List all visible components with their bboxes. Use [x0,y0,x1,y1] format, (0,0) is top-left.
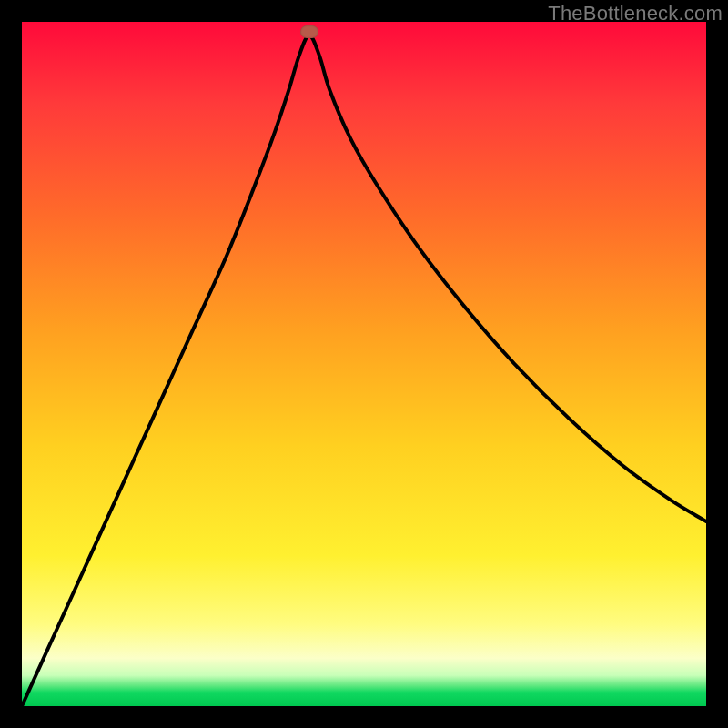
bottleneck-curve [22,22,706,706]
chart-frame: TheBottleneck.com [0,0,728,728]
watermark-text: TheBottleneck.com [548,2,723,25]
optimal-marker [300,25,318,38]
chart-plot-area [22,22,706,706]
